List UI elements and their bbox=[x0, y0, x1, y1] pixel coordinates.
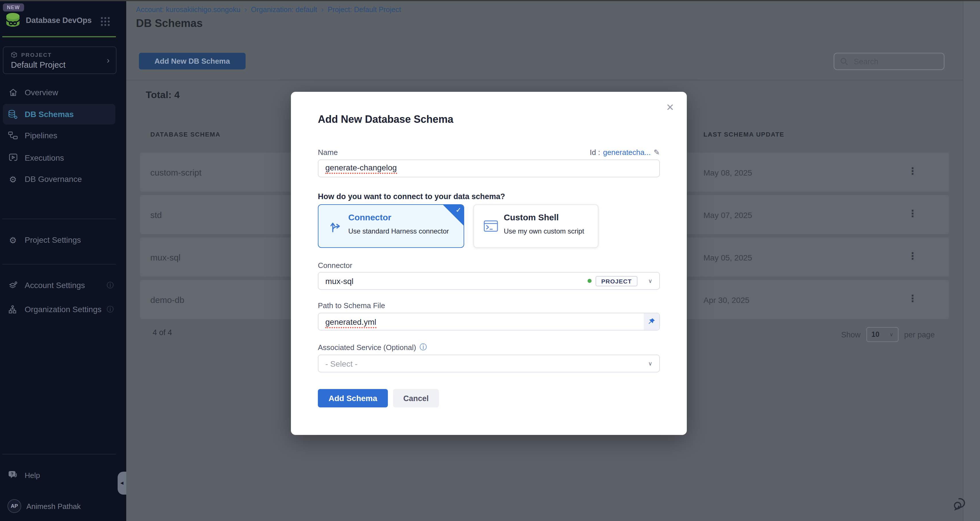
schema-updated: May 05, 2025 bbox=[703, 253, 752, 262]
chevron-right-icon: › bbox=[107, 55, 110, 65]
service-select[interactable]: - Select - ∨ bbox=[318, 355, 660, 373]
chevron-down-icon: ∨ bbox=[648, 278, 652, 284]
row-menu-icon[interactable]: ⋮ bbox=[908, 165, 918, 177]
add-schema-button[interactable]: Add Schema bbox=[318, 389, 388, 407]
sidebar-item-executions[interactable]: Executions bbox=[0, 151, 126, 164]
cube-icon bbox=[11, 52, 17, 58]
search-icon bbox=[840, 57, 848, 65]
name-value: generate-changelog bbox=[325, 163, 397, 174]
row-menu-icon[interactable]: ⋮ bbox=[908, 293, 918, 305]
breadcrumb: Account: kurosakiichigo.songoku › Organi… bbox=[136, 5, 401, 14]
collapse-arrow-icon: ◀ bbox=[121, 481, 124, 486]
schema-name: mux-sql bbox=[150, 252, 180, 262]
help-chat-icon: ? bbox=[8, 470, 18, 480]
edit-id-icon[interactable]: ✎ bbox=[654, 148, 660, 157]
sidebar-item-organization-settings[interactable]: Organization Settings ⓘ bbox=[0, 303, 126, 315]
sidebar-divider bbox=[2, 264, 116, 264]
breadcrumb-separator: › bbox=[244, 5, 247, 14]
sidebar-item-label: DB Governance bbox=[25, 174, 82, 183]
layers-gear-icon bbox=[8, 280, 18, 290]
column-header-last-schema-update: LAST SCHEMA UPDATE bbox=[703, 131, 784, 138]
sidebar: NEW Database DevOps bbox=[0, 0, 126, 521]
gear-icon: ⚙ bbox=[8, 235, 18, 245]
sidebar-collapse-handle[interactable]: ◀ bbox=[118, 472, 126, 495]
search-input[interactable] bbox=[853, 57, 929, 66]
close-icon[interactable]: ✕ bbox=[666, 102, 675, 114]
project-name: Default Project bbox=[11, 60, 65, 69]
chevron-down-icon: ∨ bbox=[889, 331, 893, 338]
runtime-input-pin[interactable] bbox=[644, 313, 659, 330]
column-header-database-schema: DATABASE SCHEMA bbox=[150, 131, 220, 138]
breadcrumb-org-link[interactable]: Organization: default bbox=[251, 5, 317, 13]
sidebar-item-pipelines[interactable]: Pipelines bbox=[0, 129, 126, 142]
per-page-label: per page bbox=[904, 330, 935, 339]
info-icon[interactable]: ⓘ bbox=[420, 343, 427, 352]
check-icon: ✓ bbox=[456, 206, 461, 214]
add-new-db-schema-button[interactable]: Add New DB Schema bbox=[139, 53, 246, 69]
screen: NEW Database DevOps bbox=[0, 0, 980, 521]
connector-select[interactable]: mux-sql PROJECT ∨ bbox=[318, 272, 660, 290]
row-menu-icon[interactable]: ⋮ bbox=[908, 250, 918, 262]
support-chat-icon[interactable] bbox=[953, 495, 969, 511]
add-schema-modal: ✕ Add New Database Schema Name Id : gene… bbox=[291, 92, 687, 435]
governance-gear-icon: ⚙ bbox=[8, 174, 18, 184]
entity-id: Id : generatecha... ✎ bbox=[590, 148, 660, 157]
sidebar-item-label: DB Schemas bbox=[25, 110, 74, 119]
sidebar-item-db-schemas[interactable]: DB Schemas bbox=[0, 108, 126, 121]
breadcrumb-project-link[interactable]: Project: Default Project bbox=[328, 5, 401, 13]
option-title: Connector bbox=[348, 212, 391, 222]
sidebar-item-account-settings[interactable]: Account Settings ⓘ bbox=[0, 279, 126, 292]
connector-label: Connector bbox=[318, 261, 352, 270]
total-count: Total: 4 bbox=[146, 89, 180, 101]
schema-updated: May 07, 2025 bbox=[703, 210, 752, 220]
scope-badge: PROJECT bbox=[596, 276, 638, 286]
user-name: Animesh Pathak bbox=[26, 502, 81, 510]
id-value[interactable]: generatecha... bbox=[603, 148, 651, 157]
schema-updated: Apr 30, 2025 bbox=[703, 295, 749, 305]
project-selector[interactable]: PROJECT Default Project › bbox=[3, 46, 116, 74]
app-logo-icon bbox=[5, 11, 21, 28]
sidebar-item-label: Overview bbox=[25, 88, 58, 97]
accent-line bbox=[2, 36, 116, 37]
schema-name: custom-script bbox=[150, 167, 201, 177]
scrollbar-track[interactable] bbox=[963, 1, 980, 521]
page-title: DB Schemas bbox=[136, 17, 202, 30]
sidebar-item-label: Project Settings bbox=[25, 235, 81, 244]
row-menu-icon[interactable]: ⋮ bbox=[908, 208, 918, 220]
option-card-custom-shell[interactable]: Custom Shell Use my own custom script bbox=[473, 204, 598, 248]
sidebar-divider bbox=[2, 454, 116, 454]
path-field[interactable]: generated.yml bbox=[318, 313, 660, 330]
page-size-select[interactable]: 10 ∨ bbox=[866, 327, 899, 342]
sidebar-divider bbox=[2, 218, 116, 219]
cancel-button[interactable]: Cancel bbox=[393, 389, 439, 407]
chevron-down-icon: ∨ bbox=[648, 360, 652, 366]
sidebar-item-project-settings[interactable]: ⚙ Project Settings bbox=[0, 234, 126, 246]
new-badge: NEW bbox=[3, 3, 24, 11]
connector-branch-icon bbox=[328, 220, 342, 234]
breadcrumb-account-link[interactable]: Account: kurosakiichigo.songoku bbox=[136, 5, 240, 13]
path-label: Path to Schema File bbox=[318, 301, 385, 310]
connector-scope: PROJECT bbox=[587, 276, 638, 286]
user-profile[interactable]: AP Animesh Pathak bbox=[8, 499, 81, 513]
sidebar-item-help[interactable]: ? Help bbox=[0, 469, 126, 481]
schema-name: std bbox=[150, 210, 162, 220]
breadcrumb-separator: › bbox=[321, 5, 324, 14]
service-label: Associated Service (Optional) bbox=[318, 343, 416, 352]
option-card-connector[interactable]: Connector Use standard Harness connector… bbox=[318, 204, 464, 248]
app-grid-icon[interactable] bbox=[100, 17, 110, 26]
info-icon[interactable]: ⓘ bbox=[107, 304, 114, 314]
pagination-range: 4 of 4 bbox=[153, 328, 172, 337]
sidebar-item-overview[interactable]: Overview bbox=[0, 86, 126, 99]
toolbar-divider bbox=[126, 80, 963, 80]
modal-title: Add New Database Schema bbox=[318, 114, 453, 126]
terminal-icon bbox=[484, 220, 498, 234]
name-label: Name bbox=[318, 148, 338, 157]
org-gear-icon bbox=[8, 304, 18, 314]
name-field[interactable]: generate-changelog bbox=[318, 159, 660, 177]
sidebar-item-db-governance[interactable]: ⚙ DB Governance bbox=[0, 173, 126, 185]
info-icon[interactable]: ⓘ bbox=[107, 280, 114, 290]
sidebar-item-label: Pipelines bbox=[25, 131, 57, 140]
service-placeholder: - Select - bbox=[325, 359, 358, 368]
service-label-row: Associated Service (Optional) ⓘ bbox=[318, 343, 427, 352]
db-schemas-icon bbox=[8, 109, 18, 119]
